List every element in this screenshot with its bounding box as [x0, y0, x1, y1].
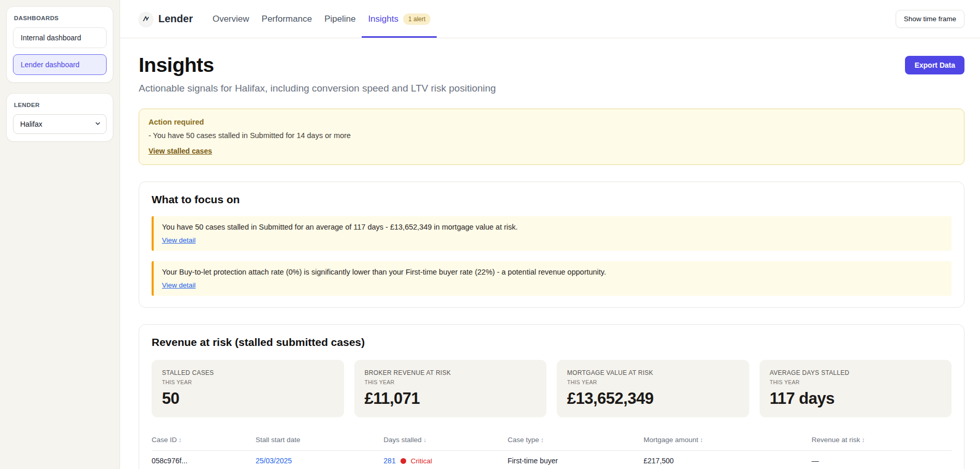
- top-nav: Lender Overview Performance Pipeline Ins…: [120, 0, 980, 38]
- alert-count-badge: 1 alert: [403, 13, 430, 25]
- alert-message: - You have 50 cases stalled in Submitted…: [149, 131, 955, 140]
- stall-date-link[interactable]: 25/03/2025: [256, 457, 292, 465]
- sort-icon: ↕: [541, 436, 544, 444]
- brand: Lender: [139, 12, 193, 26]
- days-stalled-cell: 281Critical: [383, 457, 503, 465]
- column-label: Revenue at risk: [811, 436, 860, 444]
- stat-value: 50: [162, 389, 334, 408]
- column-label: Stall start date: [256, 436, 300, 444]
- column-header-mortgage-amount[interactable]: Mortgage amount↕: [644, 431, 812, 451]
- view-stalled-cases-link[interactable]: View stalled cases: [149, 147, 212, 155]
- view-detail-link[interactable]: View detail: [162, 236, 196, 244]
- mortgage-amount-cell: £217,500: [644, 451, 812, 469]
- column-header-case-type[interactable]: Case type↕: [508, 431, 644, 451]
- revenue-at-risk-card: Revenue at risk (stalled submitted cases…: [139, 324, 964, 469]
- tab-pipeline-label: Pipeline: [324, 14, 356, 24]
- stat-stalled-cases: STALLED CASES THIS YEAR 50: [152, 360, 344, 417]
- focus-card: What to focus on You have 50 cases stall…: [139, 181, 964, 308]
- lender-select[interactable]: Halifax: [13, 114, 107, 134]
- column-header-stall-start-date[interactable]: Stall start date: [256, 431, 383, 451]
- stalled-cases-table: Case ID↕ Stall start date Days stalled↓ …: [152, 431, 952, 469]
- focus-item-text: Your Buy-to-let protection attach rate (…: [162, 268, 943, 276]
- brand-logo-icon: [139, 12, 153, 26]
- sort-descending-icon: ↓: [423, 436, 426, 444]
- column-label: Case ID: [152, 436, 177, 444]
- focus-title: What to focus on: [152, 193, 952, 206]
- revenue-title: Revenue at risk (stalled submitted cases…: [152, 336, 952, 349]
- main-area: Lender Overview Performance Pipeline Ins…: [120, 0, 980, 469]
- view-detail-link[interactable]: View detail: [162, 281, 196, 289]
- sort-icon: ↕: [179, 436, 182, 444]
- focus-item: Your Buy-to-let protection attach rate (…: [152, 261, 952, 296]
- stat-label: BROKER REVENUE AT RISK: [365, 369, 537, 376]
- column-label: Case type: [508, 436, 539, 444]
- sidebar: DASHBOARDS Internal dashboard Lender das…: [0, 0, 120, 469]
- stat-average-days-stalled: AVERAGE DAYS STALLED THIS YEAR 117 days: [760, 360, 952, 417]
- tab-insights-label: Insights: [368, 14, 398, 24]
- stat-value: £13,652,349: [567, 389, 739, 408]
- stat-period: THIS YEAR: [567, 379, 739, 385]
- stat-label: AVERAGE DAYS STALLED: [770, 369, 942, 376]
- revenue-at-risk-cell: —: [811, 451, 952, 469]
- stat-label: MORTGAGE VALUE AT RISK: [567, 369, 739, 376]
- lender-card: LENDER Halifax: [6, 93, 113, 142]
- days-stalled-link[interactable]: 281: [383, 457, 395, 465]
- title-row: Insights Export Data: [139, 54, 964, 77]
- stat-value: 117 days: [770, 389, 942, 408]
- stat-label: STALLED CASES: [162, 369, 334, 376]
- alert-title: Action required: [149, 118, 955, 126]
- column-label: Mortgage amount: [644, 436, 699, 444]
- table-header-row: Case ID↕ Stall start date Days stalled↓ …: [152, 431, 952, 451]
- page-subtitle: Actionable signals for Halifax, includin…: [139, 83, 964, 94]
- tab-performance[interactable]: Performance: [256, 0, 318, 38]
- lender-section-label: LENDER: [14, 102, 107, 108]
- case-type-cell: First-time buyer: [508, 451, 644, 469]
- focus-item: You have 50 cases stalled in Submitted f…: [152, 216, 952, 251]
- stat-broker-revenue-at-risk: BROKER REVENUE AT RISK THIS YEAR £11,071: [354, 360, 547, 417]
- column-label: Days stalled: [383, 436, 422, 444]
- nav-tabs: Overview Performance Pipeline Insights 1…: [206, 0, 437, 38]
- dashboards-section-label: DASHBOARDS: [14, 15, 107, 21]
- column-header-days-stalled[interactable]: Days stalled↓: [383, 431, 508, 451]
- page-content: Insights Export Data Actionable signals …: [120, 38, 980, 469]
- tab-performance-label: Performance: [262, 14, 312, 24]
- tab-overview-label: Overview: [213, 14, 249, 24]
- show-time-frame-button[interactable]: Show time frame: [896, 10, 964, 28]
- lender-select-wrap: Halifax: [13, 114, 107, 134]
- dashboards-card: DASHBOARDS Internal dashboard Lender das…: [6, 6, 113, 83]
- stats-row: STALLED CASES THIS YEAR 50 BROKER REVENU…: [152, 360, 952, 417]
- tab-overview[interactable]: Overview: [206, 0, 256, 38]
- critical-dot-icon: [400, 458, 406, 464]
- table-row: 058c976f... 25/03/2025 281Critical First…: [152, 451, 952, 469]
- tab-pipeline[interactable]: Pipeline: [318, 0, 362, 38]
- stat-period: THIS YEAR: [770, 379, 942, 385]
- stat-mortgage-value-at-risk: MORTGAGE VALUE AT RISK THIS YEAR £13,652…: [557, 360, 749, 417]
- column-header-case-id[interactable]: Case ID↕: [152, 431, 256, 451]
- action-required-alert: Action required - You have 50 cases stal…: [139, 109, 964, 165]
- sidebar-item-lender-dashboard[interactable]: Lender dashboard: [13, 54, 107, 75]
- brand-name: Lender: [158, 13, 193, 25]
- export-data-button[interactable]: Export Data: [905, 56, 964, 74]
- column-header-revenue-at-risk[interactable]: Revenue at risk↕: [811, 431, 952, 451]
- sort-icon: ↕: [700, 436, 703, 444]
- stat-period: THIS YEAR: [162, 379, 334, 385]
- stat-value: £11,071: [365, 389, 537, 408]
- stat-period: THIS YEAR: [365, 379, 537, 385]
- severity-label: Critical: [411, 457, 432, 465]
- sort-icon: ↕: [862, 436, 865, 444]
- sidebar-item-internal-dashboard[interactable]: Internal dashboard: [13, 27, 107, 48]
- focus-item-text: You have 50 cases stalled in Submitted f…: [162, 223, 943, 231]
- tab-insights[interactable]: Insights 1 alert: [362, 0, 437, 38]
- page-title: Insights: [139, 54, 214, 77]
- case-id-cell: 058c976f...: [152, 451, 256, 469]
